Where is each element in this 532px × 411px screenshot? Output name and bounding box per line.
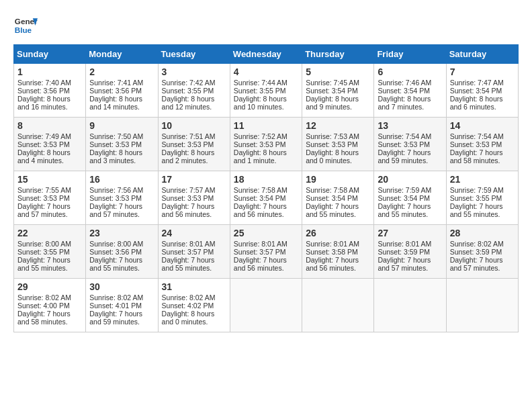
calendar-cell: 2Sunrise: 7:41 AMSunset: 3:56 PMDaylight… xyxy=(86,64,158,118)
sunset: Sunset: 3:54 PM xyxy=(306,87,358,95)
sunrise: Sunrise: 7:58 AM xyxy=(234,186,287,194)
week-row-3: 15Sunrise: 7:55 AMSunset: 3:53 PMDayligh… xyxy=(14,171,519,225)
day-number: 9 xyxy=(89,120,154,131)
calendar-cell: 8Sunrise: 7:49 AMSunset: 3:53 PMDaylight… xyxy=(14,118,86,171)
calendar-cell: 11Sunrise: 7:52 AMSunset: 3:53 PMDayligh… xyxy=(230,118,302,171)
sunset: Sunset: 3:53 PM xyxy=(162,140,214,148)
sunset: Sunset: 3:53 PM xyxy=(162,194,214,202)
daylight: Daylight: 7 hours and 58 minutes. xyxy=(17,310,71,326)
header-cell-thursday: Thursday xyxy=(302,45,374,64)
week-row-5: 29Sunrise: 8:02 AMSunset: 4:00 PMDayligh… xyxy=(14,279,519,332)
sunrise: Sunrise: 8:01 AM xyxy=(378,240,431,248)
daylight: Daylight: 8 hours and 14 minutes. xyxy=(89,95,142,111)
day-number: 15 xyxy=(17,174,82,185)
day-number: 6 xyxy=(378,66,442,77)
daylight: Daylight: 8 hours and 4 minutes. xyxy=(17,148,71,165)
sunrise: Sunrise: 7:40 AM xyxy=(17,79,71,87)
day-number: 5 xyxy=(306,66,370,77)
sunrise: Sunrise: 7:54 AM xyxy=(450,132,504,140)
day-number: 2 xyxy=(89,66,154,77)
daylight: Daylight: 8 hours and 2 minutes. xyxy=(162,148,215,165)
sunrise: Sunrise: 8:01 AM xyxy=(306,240,359,248)
sunset: Sunset: 4:00 PM xyxy=(17,302,70,310)
day-number: 4 xyxy=(234,66,298,77)
daylight: Daylight: 7 hours and 56 minutes. xyxy=(306,256,359,272)
day-number: 8 xyxy=(17,120,82,131)
calendar-cell: 12Sunrise: 7:53 AMSunset: 3:53 PMDayligh… xyxy=(302,118,374,171)
svg-text:Blue: Blue xyxy=(15,26,32,34)
sunset: Sunset: 3:53 PM xyxy=(306,140,358,148)
sunrise: Sunrise: 7:51 AM xyxy=(162,132,216,140)
sunrise: Sunrise: 7:46 AM xyxy=(378,79,431,87)
sunrise: Sunrise: 8:02 AM xyxy=(162,293,216,302)
header-cell-friday: Friday xyxy=(374,45,446,64)
calendar-header-row: SundayMondayTuesdayWednesdayThursdayFrid… xyxy=(14,45,519,64)
sunset: Sunset: 3:56 PM xyxy=(89,87,142,95)
sunrise: Sunrise: 7:59 AM xyxy=(378,186,431,194)
sunrise: Sunrise: 7:50 AM xyxy=(89,132,143,140)
daylight: Daylight: 7 hours and 56 minutes. xyxy=(162,202,215,218)
daylight: Daylight: 7 hours and 55 minutes. xyxy=(378,202,431,218)
sunrise: Sunrise: 7:47 AM xyxy=(450,79,504,87)
logo-icon: General Blue xyxy=(13,13,38,38)
sunset: Sunset: 3:53 PM xyxy=(17,140,70,148)
calendar-cell xyxy=(302,279,374,332)
day-number: 18 xyxy=(234,174,298,185)
calendar-cell: 24Sunrise: 8:01 AMSunset: 3:57 PMDayligh… xyxy=(158,225,230,279)
sunrise: Sunrise: 8:02 AM xyxy=(17,293,71,302)
sunset: Sunset: 3:58 PM xyxy=(306,248,358,256)
week-row-1: 1Sunrise: 7:40 AMSunset: 3:56 PMDaylight… xyxy=(14,64,519,118)
calendar-cell: 6Sunrise: 7:46 AMSunset: 3:54 PMDaylight… xyxy=(374,64,446,118)
calendar-cell: 17Sunrise: 7:57 AMSunset: 3:53 PMDayligh… xyxy=(158,171,230,225)
header: General Blue xyxy=(13,13,519,38)
day-number: 1 xyxy=(17,66,82,77)
sunset: Sunset: 3:59 PM xyxy=(450,248,502,256)
daylight: Daylight: 7 hours and 57 minutes. xyxy=(378,256,431,272)
calendar-cell: 18Sunrise: 7:58 AMSunset: 3:54 PMDayligh… xyxy=(230,171,302,225)
daylight: Daylight: 7 hours and 57 minutes. xyxy=(450,256,503,272)
day-number: 12 xyxy=(306,120,370,131)
header-cell-tuesday: Tuesday xyxy=(158,45,230,64)
day-number: 14 xyxy=(450,120,515,131)
sunset: Sunset: 3:53 PM xyxy=(450,140,502,148)
sunset: Sunset: 3:53 PM xyxy=(378,140,430,148)
sunrise: Sunrise: 7:57 AM xyxy=(162,186,216,194)
day-number: 23 xyxy=(89,228,154,238)
day-number: 10 xyxy=(162,120,226,131)
sunset: Sunset: 3:56 PM xyxy=(17,87,70,95)
sunset: Sunset: 3:53 PM xyxy=(17,194,70,202)
calendar-cell: 7Sunrise: 7:47 AMSunset: 3:54 PMDaylight… xyxy=(446,64,518,118)
sunrise: Sunrise: 8:01 AM xyxy=(162,240,216,248)
daylight: Daylight: 8 hours and 3 minutes. xyxy=(89,148,142,165)
calendar-cell: 14Sunrise: 7:54 AMSunset: 3:53 PMDayligh… xyxy=(446,118,518,171)
calendar-cell xyxy=(230,279,302,332)
sunrise: Sunrise: 8:00 AM xyxy=(17,240,71,248)
day-number: 21 xyxy=(450,174,515,185)
sunset: Sunset: 3:53 PM xyxy=(89,194,142,202)
calendar-cell: 10Sunrise: 7:51 AMSunset: 3:53 PMDayligh… xyxy=(158,118,230,171)
daylight: Daylight: 7 hours and 55 minutes. xyxy=(450,202,503,218)
day-number: 30 xyxy=(89,281,154,292)
sunset: Sunset: 4:02 PM xyxy=(162,302,214,310)
sunset: Sunset: 3:54 PM xyxy=(306,194,358,202)
daylight: Daylight: 7 hours and 58 minutes. xyxy=(450,148,503,165)
daylight: Daylight: 8 hours and 16 minutes. xyxy=(17,95,71,111)
sunrise: Sunrise: 7:59 AM xyxy=(450,186,504,194)
sunset: Sunset: 3:57 PM xyxy=(162,248,214,256)
calendar-cell: 5Sunrise: 7:45 AMSunset: 3:54 PMDaylight… xyxy=(302,64,374,118)
calendar-cell: 16Sunrise: 7:56 AMSunset: 3:53 PMDayligh… xyxy=(86,171,158,225)
daylight: Daylight: 7 hours and 59 minutes. xyxy=(89,310,142,326)
header-cell-monday: Monday xyxy=(86,45,158,64)
sunrise: Sunrise: 7:58 AM xyxy=(306,186,359,194)
calendar-cell: 15Sunrise: 7:55 AMSunset: 3:53 PMDayligh… xyxy=(14,171,86,225)
daylight: Daylight: 7 hours and 55 minutes. xyxy=(306,202,359,218)
calendar-cell: 21Sunrise: 7:59 AMSunset: 3:55 PMDayligh… xyxy=(446,171,518,225)
header-cell-wednesday: Wednesday xyxy=(230,45,302,64)
day-number: 26 xyxy=(306,228,370,238)
sunset: Sunset: 3:54 PM xyxy=(378,194,430,202)
day-number: 16 xyxy=(89,174,154,185)
daylight: Daylight: 7 hours and 57 minutes. xyxy=(17,202,71,218)
daylight: Daylight: 8 hours and 1 minute. xyxy=(234,148,287,165)
daylight: Daylight: 8 hours and 7 minutes. xyxy=(378,95,431,111)
day-number: 27 xyxy=(378,228,442,238)
